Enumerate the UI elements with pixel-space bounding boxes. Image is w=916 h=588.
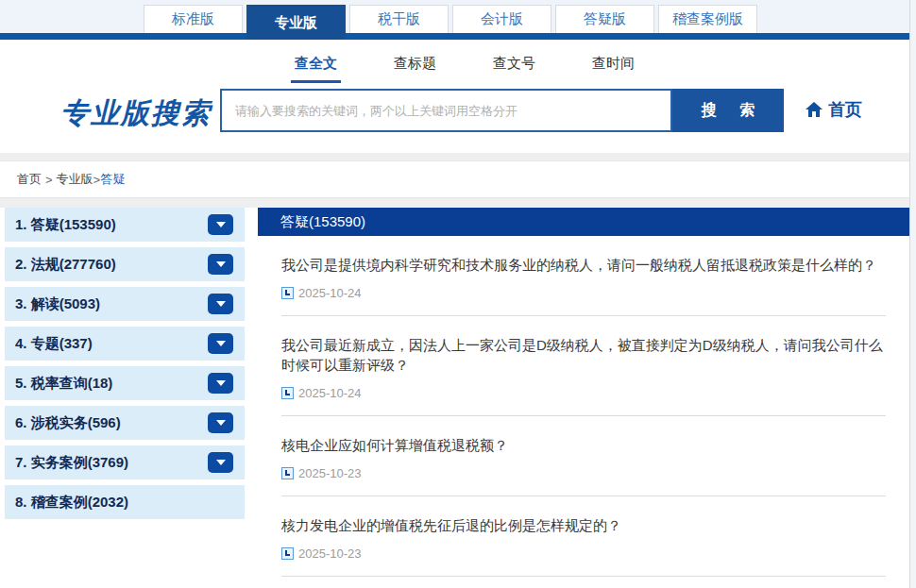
expand-dropdown-button[interactable]	[208, 373, 233, 394]
mode-tab-date[interactable]: 查时间	[588, 49, 638, 83]
result-date: 2025-10-24	[298, 286, 362, 300]
mode-tab-docnumber[interactable]: 查文号	[489, 49, 539, 83]
tab-professional-edition[interactable]: 专业版	[246, 5, 346, 40]
divider-gap	[0, 198, 909, 208]
result-meta: 2025-10-24	[281, 386, 886, 416]
home-link[interactable]: 首页	[806, 98, 862, 121]
sidebar-item-practice-cases[interactable]: 7. 实务案例(3769)	[5, 445, 245, 479]
search-row: 专业版搜索 搜 索 首页	[0, 89, 909, 134]
expand-dropdown-button[interactable]	[208, 214, 233, 235]
result-date: 2025-10-24	[298, 386, 362, 400]
vertical-scrollbar[interactable]	[909, 0, 916, 588]
result-date: 2025-10-23	[298, 546, 362, 561]
sidebar-item-interpretation[interactable]: 3. 解读(5093)	[5, 287, 245, 321]
chevron-down-icon	[216, 301, 226, 307]
page: 标准版 专业版 税干版 会计版 答疑版 稽查案例版 查全文 查标题 查文号 查时…	[0, 0, 909, 588]
result-meta: 2025-10-24	[281, 286, 886, 316]
sidebar-item-label: 6. 涉税实务(596)	[15, 414, 121, 432]
result-title-link[interactable]: 我公司是提供境内科学研究和技术服务业的纳税人，请问一般纳税人留抵退税政策是什么样…	[281, 255, 886, 275]
tab-audit-case-edition[interactable]: 稽查案例版	[658, 5, 757, 33]
breadcrumb-separator: >	[45, 173, 53, 187]
sidebar-item-regulations[interactable]: 2. 法规(277760)	[5, 247, 245, 281]
result-meta: 2025-10-23	[281, 546, 886, 577]
results-panel: 答疑(153590) 我公司是提供境内科学研究和技术服务业的纳税人，请问一般纳税…	[258, 208, 909, 588]
expand-dropdown-button[interactable]	[208, 254, 233, 275]
expand-dropdown-button[interactable]	[208, 452, 233, 473]
edition-tab-bar: 标准版 专业版 税干版 会计版 答疑版 稽查案例版	[0, 0, 909, 40]
home-icon	[806, 102, 823, 117]
breadcrumb-current-qa[interactable]: 答疑	[100, 171, 125, 188]
clock-icon	[281, 467, 294, 479]
list-item: 我公司是提供境内科学研究和技术服务业的纳税人，请问一般纳税人留抵退税政策是什么样…	[258, 236, 909, 316]
result-title-link[interactable]: 我公司最近新成立，因法人上一家公司是D级纳税人，被直接判定为D级纳税人，请问我公…	[281, 335, 886, 375]
sidebar-item-label: 5. 税率查询(18)	[15, 375, 112, 393]
sidebar-item-label: 7. 实务案例(3769)	[15, 454, 128, 472]
divider-gap	[0, 153, 909, 160]
result-title-link[interactable]: 核力发电企业的增值税先征后退的比例是怎样规定的？	[281, 515, 886, 535]
sidebar-item-label: 4. 专题(337)	[15, 335, 93, 353]
chevron-down-icon	[216, 460, 226, 465]
result-meta: 2025-10-23	[281, 466, 886, 496]
search-button[interactable]: 搜 索	[672, 89, 784, 132]
expand-dropdown-button[interactable]	[208, 412, 233, 433]
results-header: 答疑(153590)	[258, 208, 909, 236]
result-date: 2025-10-23	[298, 466, 362, 480]
mode-tab-fulltext[interactable]: 查全文	[291, 49, 341, 83]
tab-tax-cadre-edition[interactable]: 税干版	[349, 5, 449, 33]
chevron-down-icon	[216, 341, 226, 346]
clock-icon	[281, 387, 294, 399]
mode-tab-title[interactable]: 查标题	[390, 49, 440, 83]
search-mode-tabs: 查全文 查标题 查文号 查时间	[291, 49, 638, 83]
chevron-down-icon	[216, 222, 226, 227]
chevron-down-icon	[216, 261, 226, 267]
result-title-link[interactable]: 核电企业应如何计算增值税退税额？	[281, 435, 886, 455]
sidebar-item-special-topics[interactable]: 4. 专题(337)	[5, 327, 245, 361]
clock-icon	[281, 547, 294, 560]
clock-icon	[281, 287, 294, 299]
edition-tabs: 标准版 专业版 税干版 会计版 答疑版 稽查案例版	[144, 5, 757, 40]
breadcrumb-professional[interactable]: 专业版	[57, 171, 93, 188]
content-area: 1. 答疑(153590) 2. 法规(277760) 3. 解读(5093) …	[0, 208, 909, 588]
chevron-down-icon	[216, 380, 226, 386]
search-input[interactable]	[220, 89, 672, 132]
breadcrumb: 首页 > 专业版 > 答疑	[0, 160, 909, 198]
sidebar-item-tax-practice[interactable]: 6. 涉税实务(596)	[5, 406, 245, 440]
expand-dropdown-button[interactable]	[208, 294, 233, 314]
tab-accounting-edition[interactable]: 会计版	[452, 5, 551, 33]
tab-qa-edition[interactable]: 答疑版	[555, 5, 654, 33]
breadcrumb-separator-2: >	[93, 173, 101, 187]
home-link-label: 首页	[828, 98, 862, 121]
list-item: 我公司最近新成立，因法人上一家公司是D级纳税人，被直接判定为D级纳税人，请问我公…	[258, 316, 909, 416]
sidebar-item-label: 2. 法规(277760)	[15, 256, 116, 274]
professional-search-logo: 专业版搜索	[60, 94, 212, 133]
list-item: 核力发电企业的增值税先征后退的比例是怎样规定的？ 2025-10-23	[258, 496, 909, 577]
chevron-down-icon	[216, 420, 226, 426]
expand-dropdown-button[interactable]	[208, 333, 233, 354]
sidebar-item-label: 8. 稽查案例(2032)	[15, 494, 128, 512]
sidebar-item-label: 1. 答疑(153590)	[15, 216, 116, 234]
list-item: 我们公司是小规模纳税人，但因销售房屋1套，我们这个月的销售额超过了10万元，是不…	[258, 577, 909, 588]
sidebar-item-audit-cases[interactable]: 8. 稽查案例(2032)	[5, 485, 245, 519]
tab-standard-edition[interactable]: 标准版	[144, 5, 243, 33]
sidebar-item-tax-rate-query[interactable]: 5. 税率查询(18)	[5, 366, 245, 400]
sidebar-item-qa[interactable]: 1. 答疑(153590)	[5, 208, 245, 242]
search-section: 查全文 查标题 查文号 查时间 专业版搜索 搜 索 首页	[0, 40, 909, 153]
category-sidebar: 1. 答疑(153590) 2. 法规(277760) 3. 解读(5093) …	[0, 208, 250, 525]
sidebar-item-label: 3. 解读(5093)	[15, 295, 100, 313]
results-header-label: 答疑(153590)	[280, 213, 365, 231]
list-item: 核电企业应如何计算增值税退税额？ 2025-10-23	[258, 416, 909, 496]
breadcrumb-home[interactable]: 首页	[17, 171, 42, 188]
